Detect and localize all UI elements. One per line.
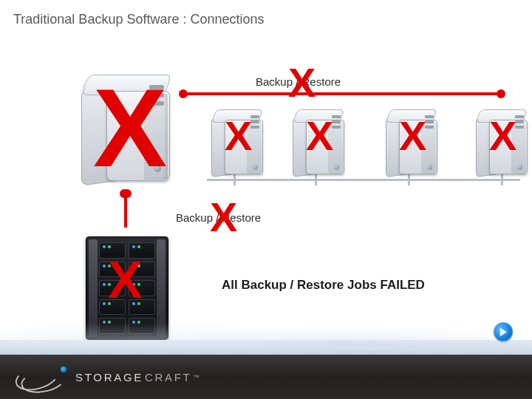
swoosh-icon — [15, 366, 66, 388]
fail-x-side-link: X — [210, 200, 237, 235]
fail-x-backup-server: X — [93, 81, 167, 176]
link-side — [124, 192, 127, 228]
next-button[interactable] — [494, 322, 513, 341]
brand-logo: STORAGE CRAFT ™ — [15, 366, 199, 388]
status-fail-text: All Backup / Restore Jobs FAILED — [222, 278, 425, 293]
page-title: Traditional Backup Software : Connection… — [13, 12, 265, 27]
brand-word-2: CRAFT — [145, 371, 192, 383]
slide: Traditional Backup Software : Connection… — [0, 0, 532, 399]
brand-word-1: STORAGE — [75, 371, 143, 383]
fail-x-client-1: X — [225, 118, 252, 154]
fail-x-storage: X — [108, 259, 143, 303]
svg-marker-0 — [499, 328, 506, 336]
fail-x-client-2: X — [306, 118, 333, 154]
fail-x-client-3: X — [399, 118, 426, 154]
link-top — [183, 92, 501, 95]
fail-x-client-4: X — [489, 118, 516, 154]
fail-x-top-link: X — [288, 65, 316, 100]
trademark-symbol: ™ — [193, 374, 199, 381]
client-rail — [207, 179, 520, 181]
play-icon — [499, 327, 508, 337]
